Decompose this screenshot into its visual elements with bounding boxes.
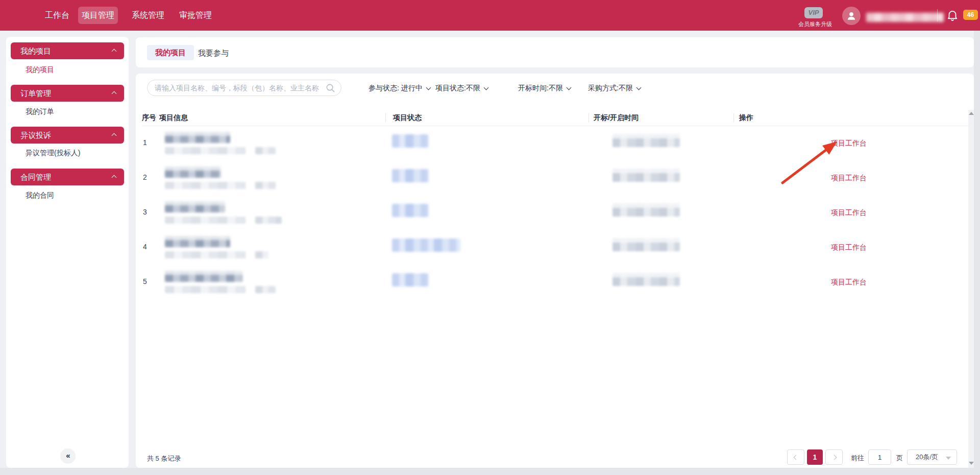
project-name-redacted: [165, 167, 221, 178]
open-time-redacted: [612, 238, 680, 251]
sidebar-group-my-projects[interactable]: 我的项目: [11, 42, 124, 59]
filter-label: 项目状态:不限: [435, 84, 480, 92]
row-seq: 3: [143, 208, 147, 216]
sidebar-item-my-orders[interactable]: 我的订单: [26, 107, 54, 116]
project-detail-redacted: [255, 182, 276, 189]
status-badge-redacted: [392, 134, 429, 148]
sidebar-item-my-contracts[interactable]: 我的合同: [26, 191, 54, 200]
project-detail-redacted: [255, 217, 282, 224]
sidebar-collapse-button[interactable]: «: [60, 448, 76, 464]
table-row: 4 项目工作台: [136, 230, 974, 265]
project-detail-redacted: [255, 251, 268, 258]
vip-upgrade-label[interactable]: 会员服务升级: [792, 20, 838, 28]
chevron-down-icon: [483, 85, 488, 90]
project-workbench-link[interactable]: 项目工作台: [831, 174, 867, 183]
sidebar-group-title: 订单管理: [20, 89, 51, 98]
project-name-redacted: [165, 271, 242, 282]
status-badge-redacted: [392, 169, 429, 182]
avatar[interactable]: [842, 7, 861, 25]
nav-item-system-management[interactable]: 系统管理: [132, 0, 164, 31]
window-horizontal-scrollbar[interactable]: [0, 468, 980, 475]
column-header-info: 项目信息: [159, 113, 188, 123]
project-workbench-link[interactable]: 项目工作台: [831, 139, 867, 148]
user-icon: [846, 10, 857, 21]
sidebar-group-order-management[interactable]: 订单管理: [11, 85, 124, 102]
row-seq: 5: [143, 277, 147, 286]
prev-page-button[interactable]: [787, 449, 804, 465]
goto-page-input[interactable]: [868, 449, 891, 465]
chevron-up-icon: [112, 49, 117, 54]
table-row: 5 项目工作台: [136, 265, 974, 300]
sidebar-group-objection-complaint[interactable]: 异议投诉: [11, 127, 124, 144]
filter-bid-opening-time[interactable]: 开标时间:不限: [518, 84, 571, 93]
project-workbench-link[interactable]: 项目工作台: [831, 208, 867, 218]
project-detail-redacted: [165, 217, 246, 224]
filter-project-status[interactable]: 项目状态:不限: [435, 84, 488, 93]
project-name-redacted: [165, 132, 230, 143]
search-input[interactable]: [155, 81, 323, 95]
notification-bell-icon[interactable]: [946, 9, 959, 22]
username-redacted: [866, 13, 944, 22]
open-time-redacted: [612, 203, 680, 217]
column-header-time: 开标/开启时间: [594, 113, 639, 123]
chevron-right-icon: [832, 455, 837, 460]
project-workbench-link[interactable]: 项目工作台: [831, 243, 867, 252]
vip-icon[interactable]: VIP: [804, 7, 823, 18]
chevron-up-icon: [112, 175, 117, 180]
sidebar-group-title: 异议投诉: [20, 131, 51, 139]
open-time-redacted: [612, 273, 680, 286]
project-detail-redacted: [255, 286, 276, 293]
tabs-bar: 我的项目 我要参与: [136, 37, 974, 67]
column-header-seq: 序号: [142, 113, 156, 123]
chevron-down-icon: [426, 85, 431, 90]
tab-i-want-to-participate[interactable]: 我要参与: [198, 49, 229, 58]
nav-item-workbench[interactable]: 工作台: [45, 0, 69, 31]
chevron-down-icon: [566, 85, 571, 90]
project-workbench-link[interactable]: 项目工作台: [831, 278, 867, 287]
next-page-button[interactable]: [825, 449, 843, 465]
nav-item-approval-management[interactable]: 审批管理: [179, 0, 212, 31]
filter-label: 采购方式:不限: [588, 84, 633, 92]
status-badge-redacted: [392, 273, 429, 287]
select-caret-icon: [946, 457, 951, 460]
sidebar-group-title: 合同管理: [20, 173, 51, 181]
sidebar-item-objection-management[interactable]: 异议管理(投标人): [26, 149, 80, 158]
project-detail-redacted: [165, 182, 246, 189]
sidebar-group-contract-management[interactable]: 合同管理: [11, 169, 124, 185]
column-header-status: 项目状态: [393, 113, 422, 123]
search-box: [147, 80, 341, 96]
goto-suffix-label: 页: [896, 454, 903, 463]
row-seq: 4: [143, 243, 147, 251]
sidebar-group-title: 我的项目: [20, 46, 51, 55]
row-seq: 1: [143, 138, 147, 147]
top-navbar: 工作台 项目管理 系统管理 审批管理 VIP 会员服务升级 46: [0, 0, 980, 31]
header-divider: [589, 113, 589, 122]
column-header-action: 操作: [739, 113, 753, 123]
total-records-text: 共 5 条记录: [147, 454, 181, 463]
table-row: 1 项目工作台: [136, 126, 974, 161]
chevron-up-icon: [112, 91, 117, 97]
page: 工作台 项目管理 系统管理 审批管理 VIP 会员服务升级 46 我的项目 我的…: [0, 0, 980, 475]
tab-my-projects-active[interactable]: 我的项目: [147, 45, 194, 60]
page-size-value: 20条/页: [916, 453, 938, 461]
scroll-down-arrow-icon[interactable]: [969, 462, 974, 465]
goto-label: 前往: [851, 454, 864, 463]
nav-item-project-management-active[interactable]: 项目管理: [78, 7, 118, 24]
filter-participation-status[interactable]: 参与状态: 进行中: [369, 84, 430, 93]
open-time-redacted: [612, 134, 680, 147]
project-detail-redacted: [165, 147, 246, 154]
search-icon[interactable]: [326, 83, 335, 93]
table-row: 2 项目工作台: [136, 161, 974, 196]
page-number-1[interactable]: 1: [807, 449, 823, 465]
page-size-select[interactable]: 20条/页: [907, 449, 957, 465]
project-name-redacted: [165, 236, 230, 247]
chevron-left-icon: [794, 455, 799, 460]
filter-label: 参与状态: 进行中: [369, 84, 423, 92]
table-scrollbar-track[interactable]: [968, 110, 974, 468]
window-vertical-scrollbar[interactable]: [974, 31, 980, 475]
scroll-up-arrow-icon[interactable]: [969, 112, 974, 115]
notification-count-badge[interactable]: 46: [963, 10, 978, 20]
filter-procurement-method[interactable]: 采购方式:不限: [588, 84, 641, 93]
content-panel: 参与状态: 进行中 项目状态:不限 开标时间:不限 采购方式:不限 序号 项目信…: [136, 74, 974, 468]
sidebar-item-my-projects[interactable]: 我的项目: [26, 65, 54, 75]
